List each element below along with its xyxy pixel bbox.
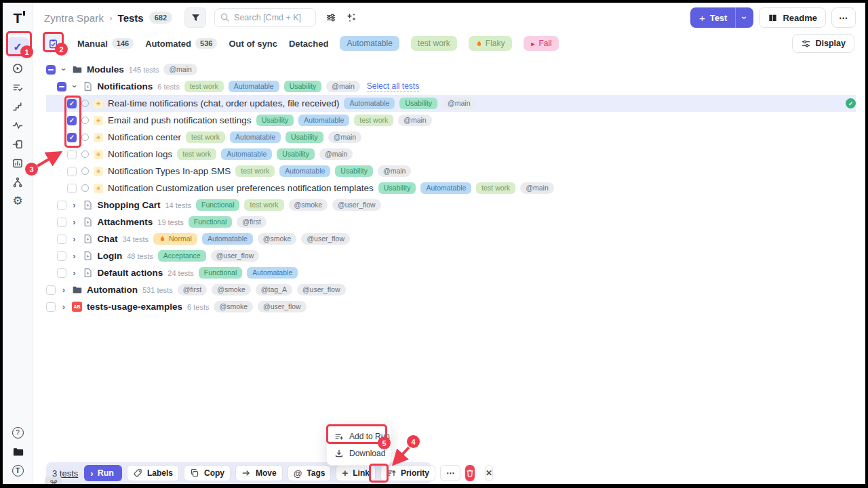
sidebar-item-circled-t-icon[interactable]: T xyxy=(6,462,29,479)
test-row[interactable]: ✓✳Notification centertest workAutomatabl… xyxy=(46,129,856,146)
tag-chip[interactable]: Acceptance xyxy=(158,250,206,262)
tag-chip[interactable]: @user_flow xyxy=(301,233,350,245)
suite-row[interactable]: ›Notifications6 teststest workAutomatabl… xyxy=(46,78,856,95)
bulk-move-button[interactable]: Move xyxy=(235,465,283,481)
chevron-right-icon[interactable]: › xyxy=(60,302,67,312)
search-box[interactable] xyxy=(214,8,316,27)
filter-item[interactable]: Automated536 xyxy=(145,38,217,49)
chevron-right-icon[interactable]: › xyxy=(71,251,78,261)
test-row[interactable]: ✓✳Real-time notifications (chat, order u… xyxy=(46,95,856,112)
row-checkbox[interactable] xyxy=(57,251,66,261)
tag-chip[interactable]: Functional xyxy=(196,199,239,211)
row-checkbox[interactable]: ✓ xyxy=(67,133,77,142)
sidebar-item-list-check-icon[interactable] xyxy=(6,79,29,96)
tag-chip[interactable]: @first xyxy=(178,284,208,296)
sidebar-item-stairs-icon[interactable] xyxy=(6,98,29,115)
breadcrumb-project[interactable]: Zyntra Spark xyxy=(44,12,104,24)
chevron-down-icon[interactable]: › xyxy=(59,66,69,73)
suite-row[interactable]: ›Attachments19 testsFunctional@first xyxy=(46,214,856,230)
filter-item[interactable]: Out of sync xyxy=(229,39,277,49)
tag-chip[interactable]: @smoke xyxy=(212,284,251,296)
tag-chip[interactable]: @main xyxy=(378,165,411,177)
row-checkbox[interactable]: ✓ xyxy=(67,116,77,125)
tag-chip[interactable]: Automatable xyxy=(247,267,298,279)
sidebar-item-check-icon[interactable]: ✓ xyxy=(6,37,29,58)
tag-chip[interactable]: Functional xyxy=(189,216,232,228)
new-test-button[interactable]: + Test › xyxy=(690,7,754,28)
tag-chip[interactable]: test work xyxy=(235,165,275,177)
tag-chip[interactable]: @user_flow xyxy=(332,199,381,211)
chevron-right-icon[interactable]: › xyxy=(71,268,78,278)
tag-chip[interactable]: test work xyxy=(177,148,216,160)
row-checkbox[interactable] xyxy=(57,268,66,278)
tag-chip[interactable]: Automatable xyxy=(229,81,279,92)
filter-item[interactable]: Detached xyxy=(289,39,329,49)
delete-button[interactable] xyxy=(465,465,475,481)
tag-chip[interactable]: @smoke xyxy=(289,199,328,211)
filter-funnel-button[interactable] xyxy=(184,7,206,28)
tag-chip[interactable]: @main xyxy=(398,115,431,126)
tag-chip[interactable]: @user_flow xyxy=(297,284,346,296)
sidebar-item-folder-icon[interactable] xyxy=(6,443,29,460)
chevron-right-icon[interactable]: › xyxy=(60,285,67,295)
row-checkbox[interactable]: ✓ xyxy=(67,99,77,108)
tag-chip[interactable]: @main xyxy=(326,81,359,92)
tag-chip[interactable]: Usability xyxy=(399,98,437,109)
tag-chip[interactable]: Usability xyxy=(277,148,315,160)
suite-row[interactable]: ›Chat34 testsNormalAutomatable@smoke@use… xyxy=(46,230,856,247)
tag-chip[interactable]: Automatable xyxy=(279,165,330,177)
run-button[interactable]: ›Run xyxy=(84,465,122,481)
tag-chip[interactable]: Automatable xyxy=(202,233,253,245)
tag-chip[interactable]: Usability xyxy=(256,115,294,126)
row-checkbox[interactable] xyxy=(46,302,56,312)
sidebar-item-gear-icon[interactable]: ⚙ xyxy=(6,193,29,209)
tag-chip[interactable]: Automatable xyxy=(420,182,471,194)
menu-item-download[interactable]: Download xyxy=(330,445,388,462)
test-row[interactable]: ✳Notification logstest workAutomatableUs… xyxy=(46,146,856,163)
app-logo[interactable]: T xyxy=(14,7,22,29)
folder-row[interactable]: ›Modules145 tests@main xyxy=(46,61,856,78)
sidebar-item-branch-icon[interactable] xyxy=(6,174,29,190)
filter-chip[interactable]: Automatable xyxy=(340,36,399,51)
folder-row[interactable]: ›Automation531 tests@first@smoke@tag_A@u… xyxy=(46,281,856,298)
close-selection-button[interactable]: ✕ xyxy=(485,465,493,481)
tag-chip[interactable]: @user_flow xyxy=(258,301,307,312)
tag-chip[interactable]: Automatable xyxy=(221,148,272,160)
tag-chip[interactable]: Normal xyxy=(153,233,197,245)
sidebar-item-play-circle-icon[interactable] xyxy=(6,60,29,77)
tag-chip[interactable]: @smoke xyxy=(258,233,297,245)
suite-row[interactable]: ›ABtests-usage-examples6 tests@smoke@use… xyxy=(46,298,856,315)
test-row[interactable]: ✳Notification Customization user prefere… xyxy=(46,180,856,197)
tag-chip[interactable]: @user_flow xyxy=(211,250,260,262)
tag-chip[interactable]: test work xyxy=(476,182,515,194)
sidebar-item-activity-icon[interactable] xyxy=(6,117,29,134)
tag-chip[interactable]: @main xyxy=(442,98,475,109)
row-checkbox[interactable] xyxy=(57,235,66,244)
row-checkbox[interactable] xyxy=(67,167,77,176)
suite-row[interactable]: ›Shopping Cart14 testsFunctionaltest wor… xyxy=(46,197,856,214)
bulk-select-button[interactable] xyxy=(43,34,63,53)
chevron-down-icon[interactable]: › xyxy=(739,9,750,26)
tag-chip[interactable]: @main xyxy=(520,182,553,194)
filter-chip[interactable]: ►Fail xyxy=(524,36,559,51)
tag-chip[interactable]: Usability xyxy=(285,131,323,143)
adjustments-icon[interactable] xyxy=(326,12,336,23)
bulk-more-button[interactable]: ⋯ xyxy=(440,465,460,481)
sidebar-item-bar-chart-icon[interactable] xyxy=(6,155,29,171)
filter-chip[interactable]: Flaky xyxy=(469,36,512,51)
header-more-button[interactable]: ⋯ xyxy=(831,7,856,28)
chevron-down-icon[interactable]: › xyxy=(69,83,79,90)
tag-chip[interactable]: @main xyxy=(319,148,353,160)
ai-sparkle-icon[interactable] xyxy=(346,12,357,23)
bulk-priority-button[interactable]: Priority xyxy=(380,465,435,481)
suite-row[interactable]: ›Login48 testsAcceptance@user_flow xyxy=(46,247,856,264)
display-button[interactable]: Display xyxy=(792,34,854,53)
tag-chip[interactable]: test work xyxy=(186,131,225,143)
filter-chip[interactable]: test work xyxy=(411,36,457,51)
row-checkbox[interactable] xyxy=(57,201,66,210)
tag-chip[interactable]: @first xyxy=(237,216,267,228)
tag-chip[interactable]: @main xyxy=(163,64,197,75)
bulk-tags-button[interactable]: @Tags xyxy=(288,465,332,481)
readme-button[interactable]: Readme xyxy=(759,7,826,28)
row-checkbox[interactable] xyxy=(57,218,66,227)
